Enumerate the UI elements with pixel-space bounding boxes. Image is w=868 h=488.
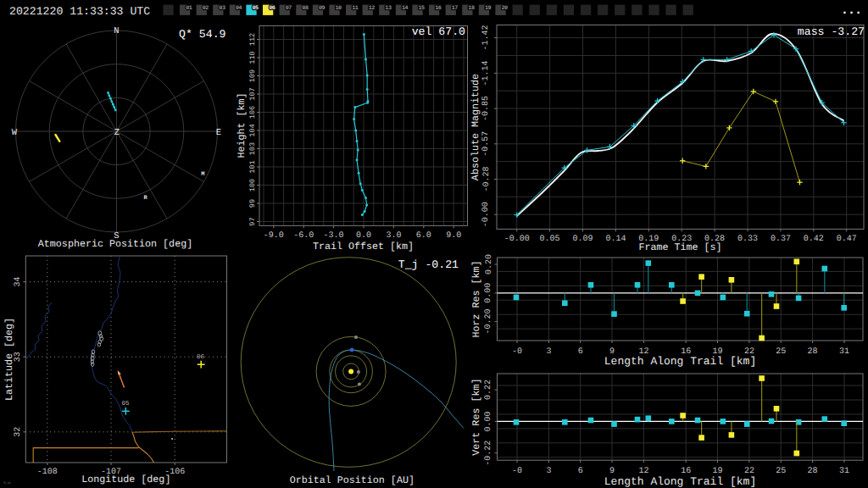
svg-text:6.0: 6.0 [416, 231, 431, 241]
svg-text:32: 32 [14, 427, 24, 437]
svg-text:-0.85: -0.85 [482, 96, 492, 121]
svg-text:12: 12 [369, 5, 376, 12]
svg-text:0.37: 0.37 [771, 235, 791, 244]
svg-text:0.00: 0.00 [485, 411, 494, 431]
svg-text:25: 25 [776, 467, 786, 476]
svg-text:04: 04 [236, 5, 242, 12]
svg-text:6: 6 [578, 467, 583, 476]
svg-text:Q* 54.9: Q* 54.9 [179, 28, 225, 41]
svg-text:n;w: n;w [3, 481, 10, 485]
svg-text:E: E [216, 128, 221, 138]
svg-text:-3.0: -3.0 [324, 231, 344, 241]
svg-text:07: 07 [286, 5, 292, 12]
svg-text:97: 97 [248, 217, 257, 225]
svg-text:-9.0: -9.0 [264, 231, 284, 241]
svg-text:Orbital Position [AU]: Orbital Position [AU] [290, 474, 415, 486]
svg-text:N: N [114, 26, 119, 36]
svg-text:0.05: 0.05 [540, 235, 560, 244]
svg-text:100: 100 [248, 179, 257, 191]
svg-text:19: 19 [485, 5, 492, 12]
svg-text:33: 33 [14, 352, 24, 362]
svg-text:109: 109 [248, 69, 257, 82]
svg-text:17: 17 [452, 5, 459, 12]
svg-text:03: 03 [219, 5, 225, 12]
svg-text:Length Along Trail [km]: Length Along Trail [km] [604, 355, 756, 368]
svg-text:0.14: 0.14 [605, 235, 626, 244]
svg-text:06: 06 [269, 5, 275, 12]
svg-text:0.42: 0.42 [804, 235, 824, 244]
svg-text:mass -3.27: mass -3.27 [798, 25, 865, 38]
svg-text:05: 05 [121, 400, 130, 408]
svg-text:Vert Res [km]: Vert Res [km] [470, 379, 482, 456]
svg-text:02: 02 [203, 5, 209, 12]
svg-text:06: 06 [197, 353, 205, 361]
svg-text:31: 31 [839, 347, 849, 357]
svg-text:Z: Z [114, 128, 120, 138]
svg-text:09: 09 [319, 5, 326, 12]
svg-text:106: 106 [248, 106, 257, 119]
svg-text:-1.14: -1.14 [482, 60, 492, 86]
svg-text:Length Along Trail [km]: Length Along Trail [km] [604, 475, 756, 488]
svg-text:-0: -0 [512, 467, 522, 476]
svg-text:0.33: 0.33 [737, 235, 758, 244]
svg-text:20221220 11:33:33 UTC: 20221220 11:33:33 UTC [9, 5, 150, 18]
svg-text:99: 99 [248, 199, 257, 208]
svg-text:28: 28 [808, 467, 818, 476]
svg-text:101: 101 [248, 160, 257, 173]
svg-text:W: W [12, 128, 18, 138]
svg-text:Trail Offset [km]: Trail Offset [km] [313, 241, 414, 252]
svg-text:Horz Res [km]: Horz Res [km] [470, 260, 482, 337]
svg-text:11: 11 [352, 5, 359, 12]
svg-text:-0: -0 [512, 347, 522, 357]
svg-text:Atmospheric Position [deg]: Atmospheric Position [deg] [38, 238, 192, 250]
svg-text:Frame Time [s]: Frame Time [s] [638, 241, 721, 253]
svg-text:25: 25 [776, 347, 786, 357]
svg-text:0.20: 0.20 [485, 254, 494, 274]
svg-text:3: 3 [546, 467, 551, 476]
svg-text:0.0: 0.0 [356, 231, 371, 241]
svg-text:-0.22: -0.22 [485, 441, 494, 466]
svg-text:16: 16 [435, 5, 442, 12]
svg-text:-0.20: -0.20 [485, 309, 494, 335]
svg-text:Height [km]: Height [km] [236, 92, 248, 158]
svg-text:0.00: 0.00 [485, 283, 494, 303]
svg-text:08: 08 [302, 5, 309, 12]
svg-text:20: 20 [502, 5, 509, 12]
svg-text:9.0: 9.0 [446, 231, 461, 241]
svg-text:M: M [201, 171, 204, 178]
svg-text:-0.00: -0.00 [504, 235, 530, 244]
svg-text:10: 10 [336, 5, 342, 12]
svg-text:107: 107 [248, 87, 257, 100]
svg-text:110: 110 [248, 51, 257, 64]
svg-text:34: 34 [14, 277, 24, 287]
svg-text:28: 28 [808, 347, 818, 357]
svg-text:14: 14 [402, 5, 409, 12]
svg-text:-0.57: -0.57 [482, 131, 492, 157]
svg-text:18: 18 [468, 5, 475, 12]
svg-text:13: 13 [385, 5, 392, 12]
svg-text:-108: -108 [37, 468, 58, 477]
svg-text:-1.42: -1.42 [482, 25, 492, 51]
svg-text:Latitude [deg]: Latitude [deg] [3, 318, 15, 401]
svg-text:05: 05 [253, 5, 259, 12]
svg-text:01: 01 [186, 5, 192, 12]
svg-text:31: 31 [839, 467, 849, 476]
svg-text:0.09: 0.09 [572, 235, 593, 244]
svg-text:vel 67.0: vel 67.0 [412, 25, 465, 38]
svg-text:-0.28: -0.28 [482, 166, 492, 191]
svg-text:T_j -0.21: T_j -0.21 [398, 258, 459, 271]
svg-text:Absolute Magnitude: Absolute Magnitude [470, 74, 481, 180]
svg-text:0.47: 0.47 [837, 235, 857, 244]
svg-text:15: 15 [419, 5, 426, 12]
svg-text:3.0: 3.0 [386, 231, 401, 241]
svg-text:-6.0: -6.0 [293, 231, 314, 241]
svg-text:112: 112 [248, 33, 257, 46]
svg-text:6: 6 [578, 347, 583, 357]
svg-text:-0.00: -0.00 [482, 202, 492, 227]
svg-text:3: 3 [546, 347, 551, 357]
svg-text:Longitude [deg]: Longitude [deg] [81, 474, 170, 485]
svg-text:0.22: 0.22 [485, 380, 494, 400]
svg-text:104: 104 [248, 124, 257, 136]
svg-text:103: 103 [248, 142, 257, 155]
